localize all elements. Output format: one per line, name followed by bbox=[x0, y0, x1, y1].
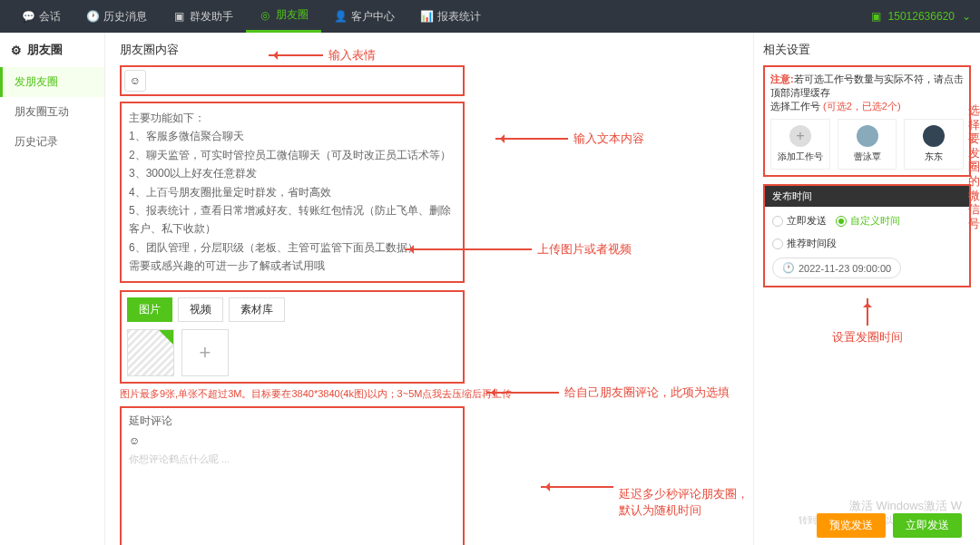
comment-title: 延时评论 bbox=[129, 414, 456, 429]
page-title: 朋友圈内容 bbox=[120, 42, 739, 58]
nav-moments[interactable]: ◎ 朋友圈 bbox=[246, 0, 321, 33]
media-tab-video[interactable]: 视频 bbox=[178, 297, 223, 322]
media-tab-image[interactable]: 图片 bbox=[127, 297, 172, 322]
radio-label: 推荐时间段 bbox=[787, 237, 837, 250]
chat-icon: 💬 bbox=[22, 10, 34, 23]
annot-text: 输入文本内容 bbox=[573, 131, 644, 147]
publish-time-value: 2022-11-23 09:00:00 bbox=[799, 263, 891, 274]
notice-box: 注意:若可选工作号数量与实际不符，请点击顶部清理缓存 选择工作号 (可选2，已选… bbox=[763, 65, 971, 177]
worker-name: 蕾泳覃 bbox=[840, 151, 895, 163]
emoji-section: ☺ bbox=[120, 65, 465, 96]
nav-label: 会话 bbox=[39, 9, 61, 24]
annot-media: 上传图片或者视频 bbox=[537, 241, 632, 258]
comment-box[interactable]: 延时评论 ☺ 你想评论鹤点什么呢 ... bbox=[120, 406, 465, 545]
moments-icon: ◎ bbox=[259, 9, 271, 22]
media-thumb-1[interactable] bbox=[127, 329, 174, 376]
nav-customer[interactable]: 👤 客户中心 bbox=[321, 0, 407, 33]
sidebar-title: 朋友圈 bbox=[27, 42, 63, 58]
user-badge-icon: ▣ bbox=[871, 10, 881, 23]
worker-name: 添加工作号 bbox=[773, 151, 828, 163]
watermark-line1: 激活 Windows激活 W bbox=[799, 498, 962, 514]
emoji-button[interactable]: ☺ bbox=[124, 70, 146, 92]
arrow-up-icon bbox=[867, 298, 868, 326]
comment-emoji-button[interactable]: ☺ bbox=[129, 434, 456, 447]
radio-label: 自定义时间 bbox=[850, 214, 900, 228]
footer-buttons: 预览发送 立即发送 bbox=[817, 513, 962, 538]
sidebar-header: ⚙ 朋友圈 bbox=[0, 33, 104, 67]
avatar-icon bbox=[857, 125, 878, 147]
notice-text: 若可选工作号数量与实际不符，请点击顶部清理缓存 bbox=[770, 73, 964, 98]
nav-label: 报表统计 bbox=[437, 9, 481, 24]
publish-opt-recommended[interactable]: 推荐时间段 bbox=[772, 237, 837, 250]
comment-placeholder: 你想评论鹤点什么呢 ... bbox=[129, 453, 456, 466]
notice-label: 注意: bbox=[770, 73, 794, 84]
sidebar-item-history[interactable]: 历史记录 bbox=[0, 127, 104, 157]
main-content: 朋友圈内容 ☺ 输入表情 主要功能如下： 1、客服多微信聚合聊天 2、聊天监管，… bbox=[105, 33, 753, 545]
work-label: 选择工作号 bbox=[770, 101, 820, 112]
top-nav: 💬 会话 🕐 历史消息 ▣ 群发助手 ◎ 朋友圈 👤 客户中心 📊 报表统计 ▣… bbox=[0, 0, 980, 33]
publish-opt-now[interactable]: 立即发送 bbox=[772, 214, 827, 228]
publish-time-input[interactable]: 🕐 2022-11-23 09:00:00 bbox=[772, 258, 901, 278]
chevron-down-icon: ⌄ bbox=[962, 10, 971, 23]
worker-item-1[interactable]: 蕾泳覃 bbox=[838, 119, 897, 170]
nav-group-send[interactable]: ▣ 群发助手 bbox=[160, 0, 246, 33]
sidebar-item-interact[interactable]: 朋友圈互动 bbox=[0, 97, 104, 127]
media-section: 图片 视频 素材库 + bbox=[120, 290, 465, 384]
publish-title: 发布时间 bbox=[765, 186, 969, 207]
media-hint: 图片最多9张,单张不超过3M。目标要在3840*3840(4k图)以内；3~5M… bbox=[120, 387, 739, 401]
radio-icon bbox=[836, 216, 847, 227]
publish-time-section: 发布时间 立即发送 自定义时间 推荐时间段 🕐 2022-11-23 09:00… bbox=[763, 184, 971, 287]
annot-time-set: 设置发圈时间 bbox=[763, 329, 971, 345]
media-tab-library[interactable]: 素材库 bbox=[229, 297, 285, 322]
avatar-icon bbox=[923, 125, 945, 147]
clock-icon: 🕐 bbox=[86, 10, 99, 23]
chart-icon: 📊 bbox=[420, 10, 433, 23]
nav-label: 历史消息 bbox=[103, 9, 147, 24]
nav-label: 客户中心 bbox=[351, 9, 395, 24]
publish-opt-custom[interactable]: 自定义时间 bbox=[836, 214, 900, 228]
clock-icon: 🕐 bbox=[782, 262, 795, 274]
annot-delay: 延迟多少秒评论朋友圈， 默认为随机时间 bbox=[619, 486, 749, 519]
radio-label: 立即发送 bbox=[787, 214, 827, 228]
user-icon: 👤 bbox=[334, 10, 347, 23]
work-count: (可选2，已选2个) bbox=[823, 101, 901, 112]
media-thumb-add[interactable]: + bbox=[181, 329, 229, 376]
worker-name: 东东 bbox=[906, 151, 961, 163]
nav-label: 朋友圈 bbox=[276, 7, 309, 23]
worker-add[interactable]: + 添加工作号 bbox=[770, 119, 830, 170]
plus-icon: + bbox=[789, 125, 811, 147]
nav-reports[interactable]: 📊 报表统计 bbox=[407, 0, 494, 33]
send-now-button[interactable]: 立即发送 bbox=[893, 513, 962, 538]
worker-item-2[interactable]: 东东 bbox=[904, 119, 964, 170]
nav-history[interactable]: 🕐 历史消息 bbox=[74, 0, 160, 33]
phone-number: 15012636620 bbox=[888, 10, 955, 23]
nav-session[interactable]: 💬 会话 bbox=[9, 0, 74, 33]
nav-label: 群发助手 bbox=[190, 9, 233, 24]
sidebar-right: 相关设置 注意:若可选工作号数量与实际不符，请点击顶部清理缓存 选择工作号 (可… bbox=[753, 33, 980, 545]
radio-icon bbox=[772, 216, 783, 227]
send-icon: ▣ bbox=[172, 10, 185, 23]
gear-icon: ⚙ bbox=[11, 44, 22, 57]
preview-send-button[interactable]: 预览发送 bbox=[817, 513, 886, 538]
radio-icon bbox=[772, 238, 783, 249]
nav-account[interactable]: ▣ 15012636620 ⌄ bbox=[871, 10, 971, 23]
content-textarea[interactable]: 主要功能如下： 1、客服多微信聚合聊天 2、聊天监管，可实时管控员工微信聊天（可… bbox=[120, 102, 465, 283]
related-settings-title: 相关设置 bbox=[763, 42, 971, 58]
annot-worker-select: 选择要发圈的微信号 bbox=[965, 103, 980, 230]
sidebar-left: ⚙ 朋友圈 发朋友圈 朋友圈互动 历史记录 bbox=[0, 33, 105, 545]
sidebar-item-post[interactable]: 发朋友圈 bbox=[0, 67, 104, 97]
